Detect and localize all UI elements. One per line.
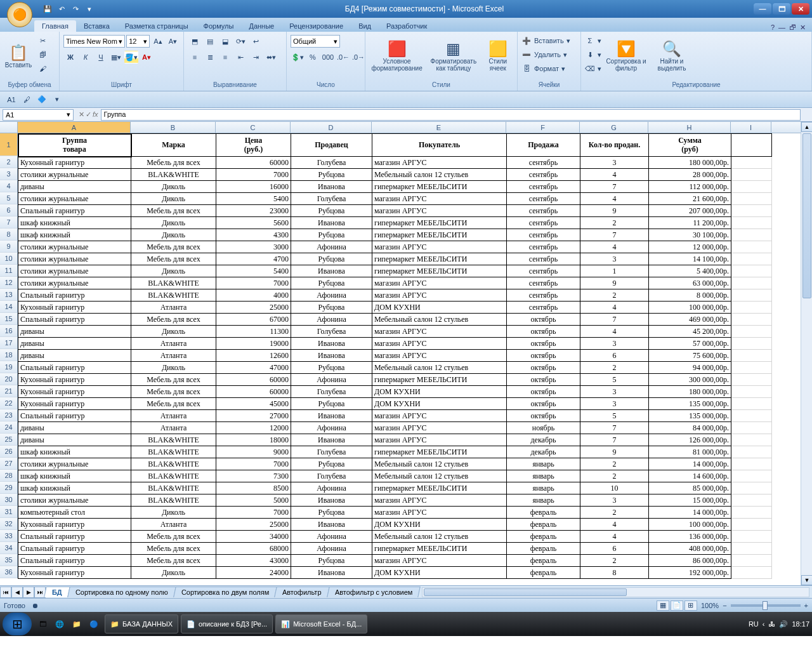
cell[interactable]: столики журнальные [18,277,131,289]
cell[interactable]: Иванова [291,519,372,531]
window-close[interactable]: ✕ [792,3,809,15]
doc-minimize[interactable]: — [778,23,785,32]
cell[interactable]: 100 000,00р. [649,302,731,314]
cell[interactable]: диваны [18,326,131,338]
ribbon-tab-0[interactable]: Главная [34,20,76,32]
cell[interactable]: Иванова [291,494,372,507]
cell[interactable]: диваны [18,181,131,193]
cell[interactable]: октябрь [507,398,580,410]
help-icon[interactable]: ? [771,23,775,32]
cancel-formula-icon[interactable]: ✕ [79,110,84,119]
cell[interactable]: 5 [580,374,649,386]
cell[interactable]: столики журнальные [18,458,131,470]
cell[interactable]: 8500 [216,482,291,494]
cell[interactable]: Рубцова [291,302,372,314]
column-header-E[interactable]: E [372,122,506,133]
cell[interactable]: сентябрь [507,241,580,253]
cell[interactable]: Афонина [291,314,372,326]
cell[interactable]: сентябрь [507,157,580,169]
cell[interactable]: сентябрь [507,193,580,205]
cell[interactable]: 14 000,00р. [649,507,731,519]
cell[interactable]: BLAK&WHITE [131,169,216,181]
cell[interactable]: магазин АРГУС [372,422,507,434]
cell[interactable]: 25000 [216,302,291,314]
cell[interactable]: 5 [580,410,649,422]
cell[interactable]: октябрь [507,374,580,386]
row-header-7[interactable]: 7 [0,216,18,229]
cell[interactable]: 7300 [216,470,291,482]
delete-cells-button[interactable]: ➖Удалить ▾ [521,48,577,61]
cell[interactable]: Рубцова [291,398,372,410]
cell[interactable]: гипермаркет МЕБЕЛЬСИТИ [372,253,507,265]
row-header-21[interactable]: 21 [0,385,18,397]
cell[interactable]: сентябрь [507,205,580,217]
cell[interactable]: 7 [580,422,649,434]
cell[interactable]: 126 000,00р. [649,434,731,446]
cell[interactable]: 6 [580,350,649,362]
cell[interactable]: Мебельный салон 12 стульев [372,458,507,470]
cell[interactable]: 9000 [216,446,291,458]
column-header-C[interactable]: C [216,122,291,133]
cell[interactable]: 86 000,00р. [649,555,731,567]
scroll-thumb[interactable] [802,133,811,298]
clock[interactable]: 18:17 [792,620,809,628]
cell[interactable]: Спальный гарнитур [18,555,131,567]
zoom-slider[interactable] [731,604,801,607]
row-header-2[interactable]: 2 [0,156,18,168]
cell[interactable]: 60000 [216,157,291,169]
cell[interactable]: Атланта [131,350,216,362]
sheet-tab-1[interactable]: Сортировка по одному полю [67,587,176,597]
cell[interactable]: магазин АРГУС [372,193,507,205]
row-header-27[interactable]: 27 [0,458,18,470]
cell[interactable]: Рубцова [291,205,372,217]
cell[interactable]: магазин АРГУС [372,241,507,253]
cell[interactable]: Рубцова [291,458,372,470]
cell-styles-button[interactable]: 🟨Стили ячеек [483,34,513,77]
cell[interactable]: BLAK&WHITE [131,434,216,446]
underline-button[interactable]: Ч [94,51,108,63]
grow-font-icon[interactable]: A▴ [151,35,164,48]
cell[interactable]: февраль [507,507,580,519]
cell[interactable]: Голубева [291,386,372,398]
increase-decimal-icon[interactable]: .0← [336,51,350,63]
cell[interactable]: 9 [580,446,649,458]
shrink-font-icon[interactable]: A▾ [166,35,180,48]
ribbon-tab-7[interactable]: Разработчик [379,20,435,32]
cell[interactable]: январь [507,494,580,507]
cell[interactable]: Мебель для всех [131,386,216,398]
cell[interactable] [731,157,772,169]
row-header-29[interactable]: 29 [0,482,18,494]
cell[interactable]: 6 [580,543,649,555]
cell[interactable]: магазин АРГУС [372,410,507,422]
cell[interactable]: Кухонный гарнитур [18,386,131,398]
cell[interactable]: диваны [18,434,131,446]
cell-ref-icon[interactable]: A1 [5,93,18,106]
sheet-tab-0[interactable]: БД [44,587,70,597]
cell[interactable]: Афонина [291,422,372,434]
cut-icon[interactable]: ✂ [36,34,49,47]
thousands-icon[interactable]: 000 [321,51,335,63]
align-left-icon[interactable]: ≡ [188,51,202,63]
cell[interactable]: гипермаркет МЕБЕЛЬСИТИ [372,181,507,193]
enter-formula-icon[interactable]: ✓ [86,110,91,119]
row-header-35[interactable]: 35 [0,554,18,566]
cell[interactable]: 10 [580,482,649,494]
cell[interactable] [731,205,772,217]
cell[interactable] [731,241,772,253]
cell[interactable]: 3000 [216,241,291,253]
cell[interactable]: 7000 [216,169,291,181]
cell[interactable]: гипермаркет МЕБЕЛЬСИТИ [372,217,507,229]
cell[interactable]: октябрь [507,326,580,338]
cell[interactable]: 4 [580,519,649,531]
redo-icon[interactable]: ↷ [70,3,81,15]
cell[interactable]: 5000 [216,494,291,507]
shapes-icon[interactable]: 🔷 [36,93,48,106]
cell[interactable]: 4 [580,302,649,314]
cell[interactable]: BLAK&WHITE [131,277,216,289]
cell[interactable]: октябрь [507,362,580,374]
cell[interactable]: 9 [580,277,649,289]
cell[interactable]: 15 000,00р. [649,494,731,507]
cell[interactable]: 45 200,00р. [649,326,731,338]
cell[interactable]: 2 [580,289,649,302]
cell[interactable]: Афонина [291,241,372,253]
